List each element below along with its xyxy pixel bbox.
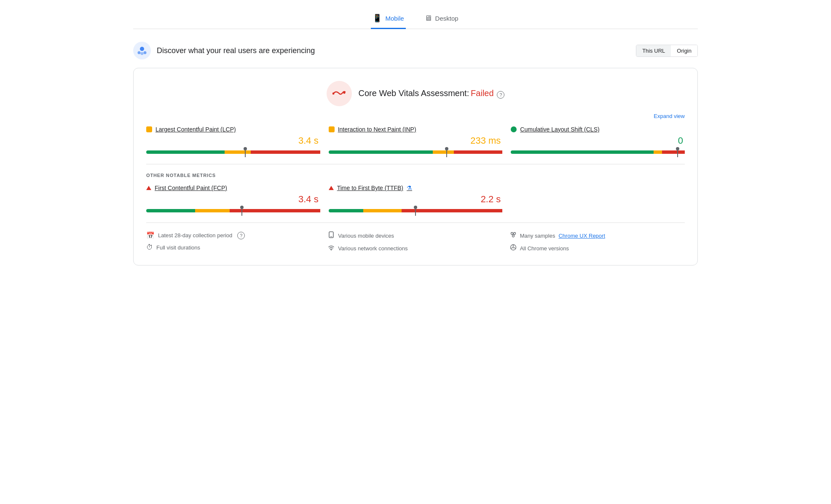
svg-point-11 (512, 235, 514, 237)
svg-point-3 (141, 52, 144, 55)
cls-needle-dot (676, 147, 679, 150)
svg-point-0 (140, 47, 144, 51)
ttfb-triangle-icon (329, 186, 334, 190)
tab-bar: 📱 Mobile 🖥 Desktop (133, 8, 698, 29)
calendar-icon: 📅 (146, 231, 155, 239)
tab-mobile-label: Mobile (385, 15, 404, 22)
cls-needle-line (677, 150, 678, 157)
assessment-title-prefix: Core Web Vitals Assessment: (359, 88, 469, 98)
mobile-icon: 📱 (373, 13, 382, 23)
chrome-icon (510, 244, 517, 252)
cls-value: 0 (511, 135, 685, 146)
footer-col-3: Many samples Chrome UX Report All Chro (510, 231, 685, 252)
lcp-needle-dot (244, 147, 247, 150)
lcp-bar (146, 150, 320, 154)
svg-line-16 (511, 248, 512, 249)
metric-lcp: Largest Contentful Paint (LCP) 3.4 s (146, 126, 320, 154)
lcp-bar-green (146, 150, 225, 154)
ttfb-value: 2.2 s (329, 194, 503, 205)
footer-collection-period: 📅 Latest 28-day collection period ? (146, 231, 321, 239)
origin-button[interactable]: Origin (671, 45, 697, 56)
ttfb-needle (414, 207, 417, 216)
inp-bar-red (454, 150, 503, 154)
cls-bar (511, 150, 685, 154)
cls-needle (676, 149, 679, 157)
svg-point-8 (331, 250, 332, 251)
assessment-status: Failed (471, 88, 493, 98)
tab-mobile[interactable]: 📱 Mobile (371, 8, 405, 29)
metric-empty (511, 185, 685, 212)
metric-lcp-label[interactable]: Largest Contentful Paint (LCP) (146, 126, 320, 133)
ttfb-bar-orange (363, 209, 402, 212)
inp-needle (445, 149, 448, 157)
metric-inp-label[interactable]: Interaction to Next Paint (INP) (329, 126, 503, 133)
inp-needle-dot (445, 147, 448, 150)
header-left: Discover what your real users are experi… (133, 42, 315, 59)
footer-samples: Many samples Chrome UX Report (510, 231, 685, 240)
this-url-button[interactable]: This URL (636, 45, 671, 56)
metric-ttfb-label[interactable]: Time to First Byte (TTFB) ⚗ (329, 185, 503, 191)
chrome-ux-link[interactable]: Chrome UX Report (558, 233, 605, 239)
svg-point-13 (512, 247, 514, 249)
assessment-title-area: Core Web Vitals Assessment: Failed ? (359, 88, 505, 98)
crux-avatar (133, 42, 151, 59)
metric-ttfb: Time to First Byte (TTFB) ⚗ 2.2 s (329, 185, 503, 212)
tab-desktop-label: Desktop (435, 15, 458, 22)
metrics-top: Largest Contentful Paint (LCP) 3.4 s (146, 126, 685, 154)
metric-inp: Interaction to Next Paint (INP) 233 ms (329, 126, 503, 154)
url-toggle: This URL Origin (636, 45, 698, 57)
inp-bar (329, 150, 503, 154)
inp-dot (329, 126, 335, 132)
inp-value: 233 ms (329, 135, 503, 146)
fcp-needle (240, 207, 244, 216)
mobile-device-icon (328, 231, 335, 240)
footer-visit-durations: ⏱ Full visit durations (146, 244, 321, 251)
timer-icon: ⏱ (146, 244, 153, 251)
lcp-needle (244, 149, 247, 157)
metric-fcp-label[interactable]: First Contentful Paint (FCP) (146, 185, 320, 191)
fcp-needle-line (241, 209, 242, 216)
cls-bar-green (511, 150, 653, 154)
wifi-icon (328, 244, 335, 252)
footer-chrome-versions: All Chrome versions (510, 244, 685, 252)
fcp-bar (146, 209, 320, 212)
assessment-icon (327, 81, 352, 106)
header-title: Discover what your real users are experi… (157, 46, 315, 55)
cls-bar-orange (654, 150, 662, 154)
svg-line-15 (514, 248, 515, 249)
fcp-bar-orange (195, 209, 230, 212)
cls-bar-red (662, 150, 685, 154)
expand-view-row: Expand view (146, 113, 685, 119)
inp-needle-line (446, 150, 447, 157)
header-row: Discover what your real users are experi… (133, 42, 698, 59)
assessment-help-icon[interactable]: ? (497, 91, 504, 99)
footer-col-2: Various mobile devices Various network c… (328, 231, 503, 252)
svg-point-9 (511, 233, 513, 235)
fcp-triangle-icon (146, 186, 151, 190)
fcp-bar-green (146, 209, 195, 212)
footer-col-1: 📅 Latest 28-day collection period ? ⏱ Fu… (146, 231, 321, 252)
inp-bar-green (329, 150, 433, 154)
ttfb-bar-green (329, 209, 364, 212)
metric-cls-label[interactable]: Cumulative Layout Shift (CLS) (511, 126, 685, 133)
footer-mobile-devices: Various mobile devices (328, 231, 503, 240)
ttfb-needle-line (415, 209, 416, 216)
tab-desktop[interactable]: 🖥 Desktop (423, 8, 460, 29)
lcp-bar-red (251, 150, 320, 154)
lcp-dot (146, 126, 152, 132)
svg-point-4 (343, 92, 345, 94)
expand-view-button[interactable]: Expand view (654, 113, 685, 119)
card-footer: 📅 Latest 28-day collection period ? ⏱ Fu… (146, 223, 685, 252)
svg-point-10 (513, 233, 515, 235)
collection-help-icon[interactable]: ? (237, 232, 245, 239)
metric-cls: Cumulative Layout Shift (CLS) 0 (511, 126, 685, 154)
svg-point-1 (138, 51, 141, 54)
lcp-value: 3.4 s (146, 135, 320, 146)
assessment-header: Core Web Vitals Assessment: Failed ? (146, 81, 685, 106)
fcp-needle-dot (240, 206, 244, 209)
svg-point-2 (144, 51, 147, 54)
desktop-icon: 🖥 (424, 14, 432, 23)
other-metrics-label: OTHER NOTABLE METRICS (146, 173, 685, 178)
ttfb-flask-icon: ⚗ (407, 185, 412, 191)
metrics-bottom: First Contentful Paint (FCP) 3.4 s (146, 185, 685, 212)
